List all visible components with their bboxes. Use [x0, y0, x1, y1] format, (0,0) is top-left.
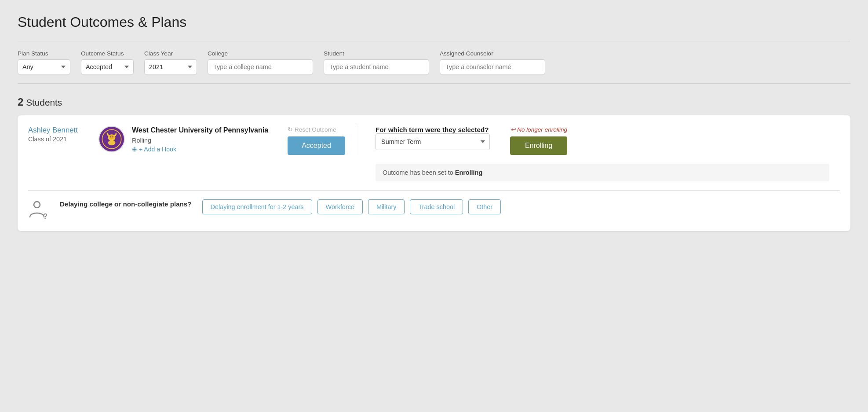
enrolling-button[interactable]: Enrolling — [510, 136, 567, 155]
student-input[interactable] — [324, 59, 429, 74]
term-select[interactable]: Summer Term Fall Term Spring Term Winter… — [376, 133, 490, 150]
outcome-status-select[interactable]: Any Accepted Applied Denied Waitlisted E… — [81, 59, 134, 74]
svg-text:?: ? — [43, 213, 47, 220]
accepted-button[interactable]: Accepted — [288, 136, 345, 155]
college-input[interactable] — [208, 59, 313, 74]
card-divider — [28, 190, 840, 191]
reset-outcome-button[interactable]: ↻ Reset Outcome — [288, 126, 345, 133]
college-filter-label: College — [208, 50, 313, 57]
enrolling-section: ↩ No longer enrolling Enrolling — [497, 126, 567, 155]
student-name-link[interactable]: Ashley Bennett — [28, 126, 78, 134]
plan-status-label: Plan Status — [18, 50, 70, 57]
student-filter-label: Student — [324, 50, 429, 57]
filter-class-year: Class Year 2019 2020 2021 2022 2023 — [144, 50, 197, 74]
delay-enrollment-button[interactable]: Delaying enrollment for 1-2 years — [202, 199, 312, 214]
other-button[interactable]: Other — [468, 199, 501, 214]
page-title: Student Outcomes & Plans — [18, 14, 850, 30]
person-question-icon: ? — [28, 199, 49, 221]
outcome-message-prefix: Outcome has been set to — [383, 169, 455, 176]
svg-point-5 — [112, 136, 113, 138]
filters-section: Plan Status Any Has Plan No Plan Outcome… — [18, 41, 850, 84]
plus-circle-icon: ⊕ — [132, 146, 137, 153]
no-longer-enrolling-link[interactable]: ↩ No longer enrolling — [511, 126, 567, 133]
counselor-filter-label: Assigned Counselor — [440, 50, 545, 57]
refresh-icon: ↻ — [288, 126, 293, 133]
class-year-label: Class Year — [144, 50, 197, 57]
svg-point-4 — [110, 136, 111, 138]
college-name: West Chester University of Pennsylvania — [132, 126, 268, 135]
trade-school-button[interactable]: Trade school — [410, 199, 463, 214]
add-hook-link[interactable]: ⊕ + Add a Hook — [132, 146, 268, 153]
filter-student: Student — [324, 50, 429, 74]
outcome-message: Outcome has been set to Enrolling — [376, 164, 829, 181]
plan-buttons-group: Delaying enrollment for 1-2 years Workfo… — [202, 199, 501, 214]
student-class: Class of 2021 — [28, 136, 90, 143]
student-info: Ashley Bennett Class of 2021 — [28, 126, 90, 143]
plan-status-select[interactable]: Any Has Plan No Plan — [18, 59, 70, 74]
filter-outcome-status: Outcome Status Any Accepted Applied Deni… — [81, 50, 134, 74]
college-info: West Chester University of Pennsylvania … — [98, 126, 268, 153]
filter-plan-status: Plan Status Any Has Plan No Plan — [18, 50, 70, 74]
outcome-status-label: Outcome Status — [81, 50, 134, 57]
military-button[interactable]: Military — [368, 199, 405, 214]
outcome-section: ↻ Reset Outcome Accepted — [277, 126, 356, 155]
undo-icon: ↩ — [511, 126, 515, 133]
class-year-select[interactable]: 2019 2020 2021 2022 2023 — [144, 59, 197, 74]
counselor-input[interactable] — [440, 59, 545, 74]
filter-college: College — [208, 50, 313, 74]
non-collegiate-section: ? Delaying college or non-collegiate pla… — [28, 199, 840, 221]
students-count-header: 2 Students — [18, 96, 850, 108]
college-deadline: Rolling — [132, 137, 268, 144]
term-question: For which term were they selected? — [376, 126, 490, 133]
filter-counselor: Assigned Counselor — [440, 50, 545, 74]
term-section: For which term were they selected? Summe… — [365, 126, 840, 181]
college-details: West Chester University of Pennsylvania … — [132, 126, 268, 153]
workforce-button[interactable]: Workforce — [317, 199, 363, 214]
student-card: Ashley Bennett Class of 2021 — [18, 115, 850, 231]
non-collegiate-label: Delaying college or non-collegiate plans… — [60, 199, 192, 209]
college-logo — [98, 126, 125, 152]
students-count: 2 — [18, 96, 23, 108]
svg-point-6 — [108, 140, 116, 146]
outcome-message-value: Enrolling — [455, 169, 482, 176]
svg-point-7 — [34, 202, 40, 208]
